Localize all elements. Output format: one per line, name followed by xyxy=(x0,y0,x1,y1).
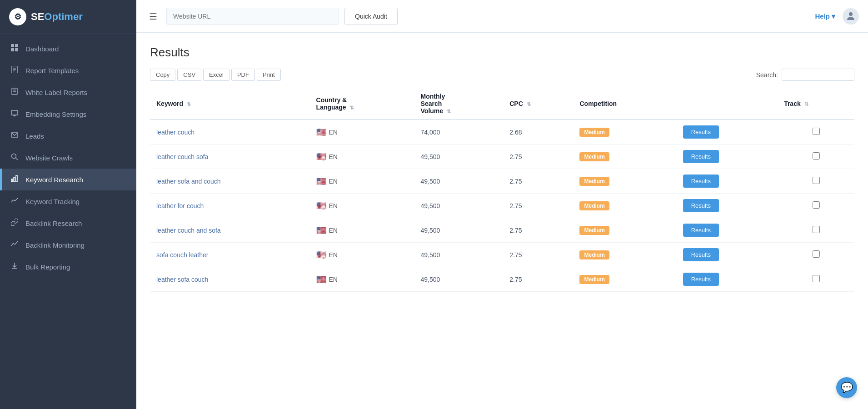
user-avatar[interactable] xyxy=(843,8,859,25)
hamburger-button[interactable]: ☰ xyxy=(145,9,161,24)
sidebar-item-embedding-settings[interactable]: Embedding Settings xyxy=(0,103,136,125)
sidebar-item-label-bulk-reporting: Bulk Reporting xyxy=(25,263,70,271)
cell-competition-0: Medium xyxy=(573,120,676,145)
cell-keyword-6: leather sofa couch xyxy=(150,267,310,292)
table-header-row: Keyword ⇅ Country &Language ⇅ MonthlySea… xyxy=(150,88,854,120)
flag-icon-1: 🇺🇸 xyxy=(316,152,326,162)
cell-country-6: 🇺🇸 EN xyxy=(310,267,414,292)
sidebar-item-report-templates[interactable]: Report Templates xyxy=(0,60,136,81)
search-area: Search: xyxy=(756,69,854,81)
svg-point-23 xyxy=(849,12,853,16)
table-row: sofa couch leather 🇺🇸 EN 49,500 2.75 Med… xyxy=(150,243,854,267)
cell-cpc-3: 2.75 xyxy=(503,194,573,218)
export-csv-button[interactable]: CSV xyxy=(177,69,201,81)
table-controls: CopyCSVExcelPDFPrint Search: xyxy=(150,69,854,81)
track-checkbox-1[interactable] xyxy=(813,152,820,160)
competition-badge-2: Medium xyxy=(579,177,609,186)
keyword-link-2[interactable]: leather sofa and couch xyxy=(156,178,221,185)
sidebar-item-label-embedding-settings: Embedding Settings xyxy=(25,110,86,118)
url-input[interactable] xyxy=(166,8,339,25)
export-excel-button[interactable]: Excel xyxy=(203,69,229,81)
export-copy-button[interactable]: Copy xyxy=(150,69,175,81)
sidebar-item-dashboard[interactable]: Dashboard xyxy=(0,38,136,60)
sidebar-item-label-keyword-research: Keyword Research xyxy=(25,176,83,184)
svg-rect-19 xyxy=(16,175,17,182)
cell-competition-6: Medium xyxy=(573,267,676,292)
cell-competition-2: Medium xyxy=(573,169,676,194)
flag-icon-6: 🇺🇸 xyxy=(316,274,326,284)
cell-results-1: Results xyxy=(677,145,778,169)
white-label-reports-icon xyxy=(10,88,19,97)
cell-keyword-5: sofa couch leather xyxy=(150,243,310,267)
cell-track-5 xyxy=(778,243,854,267)
table-row: leather couch sofa 🇺🇸 EN 49,500 2.75 Med… xyxy=(150,145,854,169)
keyword-link-1[interactable]: leather couch sofa xyxy=(156,153,208,160)
sidebar-item-bulk-reporting[interactable]: Bulk Reporting xyxy=(0,256,136,278)
th-country: Country &Language ⇅ xyxy=(310,88,414,120)
lang-code-5: EN xyxy=(329,251,338,259)
results-button-5[interactable]: Results xyxy=(683,248,719,261)
table-row: leather sofa and couch 🇺🇸 EN 49,500 2.75… xyxy=(150,169,854,194)
help-chevron-icon: ▾ xyxy=(832,12,835,20)
sidebar-item-keyword-tracking[interactable]: Keyword Tracking xyxy=(0,190,136,212)
track-checkbox-3[interactable] xyxy=(813,201,820,209)
cell-country-5: 🇺🇸 EN xyxy=(310,243,414,267)
results-button-6[interactable]: Results xyxy=(683,273,719,286)
export-pdf-button[interactable]: PDF xyxy=(231,69,255,81)
search-input[interactable] xyxy=(782,69,854,81)
export-buttons: CopyCSVExcelPDFPrint xyxy=(150,69,281,81)
cell-monthly-0: 74,000 xyxy=(414,120,504,145)
sidebar-item-white-label-reports[interactable]: White Label Reports xyxy=(0,81,136,103)
th-cpc: CPC ⇅ xyxy=(503,88,573,120)
results-table: Keyword ⇅ Country &Language ⇅ MonthlySea… xyxy=(150,88,854,292)
cell-keyword-1: leather couch sofa xyxy=(150,145,310,169)
svg-rect-1 xyxy=(15,44,18,47)
keyword-sort-icon[interactable]: ⇅ xyxy=(187,101,191,107)
country-sort-icon[interactable]: ⇅ xyxy=(350,105,354,111)
chat-bubble[interactable]: 💬 xyxy=(836,377,857,398)
logo-text: SEOptimer xyxy=(31,11,83,23)
export-print-button[interactable]: Print xyxy=(257,69,281,81)
th-results xyxy=(677,88,778,120)
monthly-sort-icon[interactable]: ⇅ xyxy=(447,109,451,115)
keyword-link-0[interactable]: leather couch xyxy=(156,129,195,136)
track-checkbox-4[interactable] xyxy=(813,226,820,233)
cell-monthly-6: 49,500 xyxy=(414,267,504,292)
results-button-2[interactable]: Results xyxy=(683,175,719,188)
table-row: leather sofa couch 🇺🇸 EN 49,500 2.75 Med… xyxy=(150,267,854,292)
svg-rect-18 xyxy=(14,177,15,182)
results-button-4[interactable]: Results xyxy=(683,224,719,237)
cell-competition-1: Medium xyxy=(573,145,676,169)
results-button-3[interactable]: Results xyxy=(683,199,719,212)
cell-track-2 xyxy=(778,169,854,194)
help-button[interactable]: Help ▾ xyxy=(815,12,835,20)
sidebar-item-website-crawls[interactable]: Website Crawls xyxy=(0,147,136,169)
competition-badge-3: Medium xyxy=(579,201,609,210)
cell-results-3: Results xyxy=(677,194,778,218)
track-sort-icon[interactable]: ⇅ xyxy=(804,101,808,107)
keyword-link-6[interactable]: leather sofa couch xyxy=(156,276,208,283)
track-checkbox-2[interactable] xyxy=(813,177,820,184)
backlink-research-icon xyxy=(10,219,19,228)
competition-badge-0: Medium xyxy=(579,128,609,137)
results-button-0[interactable]: Results xyxy=(683,125,719,139)
sidebar-item-keyword-research[interactable]: Keyword Research xyxy=(0,169,136,190)
keyword-link-5[interactable]: sofa couch leather xyxy=(156,251,208,259)
keyword-link-4[interactable]: leather couch and sofa xyxy=(156,227,221,234)
cell-monthly-3: 49,500 xyxy=(414,194,504,218)
track-checkbox-5[interactable] xyxy=(813,250,820,258)
track-checkbox-6[interactable] xyxy=(813,275,820,282)
th-competition: Competition xyxy=(573,88,676,120)
sidebar-item-leads[interactable]: Leads xyxy=(0,125,136,147)
sidebar-item-backlink-monitoring[interactable]: Backlink Monitoring xyxy=(0,234,136,256)
keyword-link-3[interactable]: leather for couch xyxy=(156,202,204,209)
cpc-sort-icon[interactable]: ⇅ xyxy=(527,101,531,107)
cell-results-5: Results xyxy=(677,243,778,267)
results-button-1[interactable]: Results xyxy=(683,150,719,163)
quick-audit-button[interactable]: Quick Audit xyxy=(344,8,398,25)
track-checkbox-0[interactable] xyxy=(813,128,820,135)
sidebar-item-backlink-research[interactable]: Backlink Research xyxy=(0,212,136,234)
th-monthly: MonthlySearchVolume ⇅ xyxy=(414,88,504,120)
cell-monthly-5: 49,500 xyxy=(414,243,504,267)
cell-cpc-5: 2.75 xyxy=(503,243,573,267)
